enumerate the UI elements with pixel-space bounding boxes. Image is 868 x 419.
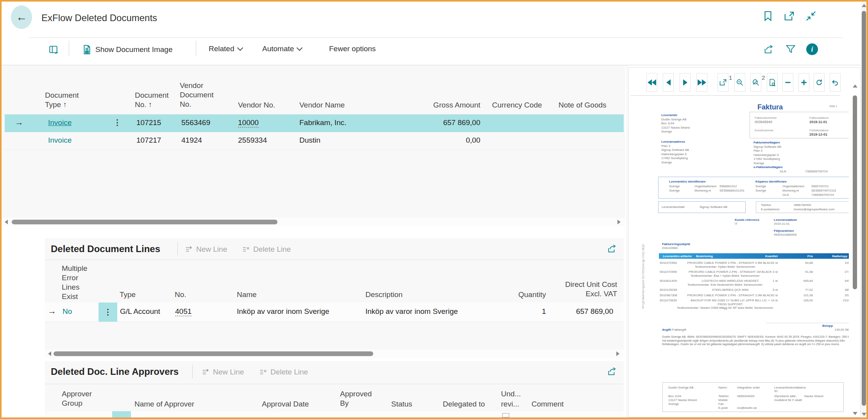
- name-cell[interactable]: Inköp av varor inom Sverige: [237, 307, 329, 316]
- column-header-document-no[interactable]: Document No. ↑: [135, 91, 174, 109]
- scroll-down-icon[interactable]: [862, 413, 866, 416]
- collapse-icon[interactable]: [805, 10, 817, 22]
- table-row[interactable]: [45, 411, 624, 417]
- next-page-button[interactable]: [680, 73, 691, 92]
- undo-button[interactable]: [830, 73, 841, 92]
- scrollbar-thumb[interactable]: [12, 220, 277, 224]
- vendor-document-no-cell[interactable]: 5563469: [181, 118, 210, 127]
- column-header-direct-unit-cost[interactable]: Direct Unit Cost Excl. VAT: [558, 280, 617, 299]
- vendor-no-cell[interactable]: 2559334: [238, 136, 267, 145]
- column-header-under-review-2[interactable]: revi...: [501, 399, 519, 409]
- vendor-name-cell[interactable]: Fabrikam, Inc.: [299, 118, 346, 127]
- column-header-no[interactable]: No.: [175, 290, 186, 299]
- column-header-approver-group[interactable]: Approver Group: [62, 389, 97, 408]
- document-no-cell[interactable]: 107215: [136, 118, 161, 127]
- column-header-description[interactable]: Description: [365, 290, 403, 299]
- table-row[interactable]: → Invoice ⋮ 107215 5563469 10000 Fabrika…: [5, 115, 624, 132]
- invoice-preview[interactable]: Faktura Sida 1 Leverantör Dustin Sverige…: [649, 100, 849, 415]
- description-cell[interactable]: Inköp av varor inom Sverige: [365, 307, 458, 316]
- document-no-cell[interactable]: 107217: [136, 136, 161, 145]
- column-header-quantity[interactable]: Quantity: [506, 290, 546, 299]
- bookmark-icon[interactable]: [762, 10, 774, 22]
- preview-vertical-scrollbar[interactable]: [852, 82, 858, 417]
- column-header-status[interactable]: Status: [391, 399, 412, 409]
- horizontal-scrollbar[interactable]: [2, 218, 625, 226]
- scroll-down-icon[interactable]: [853, 412, 857, 415]
- table-row[interactable]: → No ⋮ G/L Account 4051 Inköp av varor i…: [45, 303, 624, 322]
- refresh-button[interactable]: [814, 73, 825, 92]
- scrollbar-thumb[interactable]: [853, 95, 857, 289]
- previous-page-button[interactable]: [663, 73, 674, 92]
- error-lines-cell[interactable]: No: [63, 307, 72, 316]
- delete-line-button[interactable]: Delete Line: [242, 245, 291, 254]
- column-header-note-of-goods[interactable]: Note of Goods: [558, 100, 607, 110]
- row-menu-cell[interactable]: ⋮: [98, 303, 117, 322]
- zoom-out-button[interactable]: [734, 73, 745, 92]
- page-vertical-scrollbar[interactable]: [861, 2, 867, 417]
- scrollbar-thumb[interactable]: [862, 11, 866, 406]
- column-header-name[interactable]: Name: [237, 290, 257, 299]
- column-header-document-type[interactable]: Document Type ↑: [45, 91, 86, 109]
- column-header-currency-code[interactable]: Currency Code: [492, 100, 542, 110]
- column-header-vendor-no[interactable]: Vendor No.: [238, 100, 275, 110]
- column-header-vendor-name[interactable]: Vendor Name: [299, 100, 345, 110]
- share-icon[interactable]: [763, 44, 774, 55]
- gross-amount-cell[interactable]: 657 869,00: [408, 118, 480, 127]
- automate-menu[interactable]: Automate: [262, 45, 302, 53]
- column-header-under-review-1[interactable]: Und...: [501, 389, 521, 399]
- scroll-up-icon[interactable]: [862, 4, 866, 7]
- vendor-document-no-cell[interactable]: 41924: [181, 136, 202, 145]
- scroll-up-icon[interactable]: [853, 84, 857, 88]
- gross-amount-cell[interactable]: 0,00: [408, 136, 480, 145]
- back-button[interactable]: ←: [11, 5, 32, 29]
- under-review-checkbox[interactable]: [502, 413, 509, 417]
- open-viewer-button[interactable]: [718, 73, 728, 92]
- document-type-link[interactable]: Invoice: [48, 118, 72, 127]
- page-preview-button[interactable]: [767, 73, 778, 92]
- row-menu-cell[interactable]: [112, 411, 131, 417]
- row-menu-icon[interactable]: ⋮: [113, 118, 121, 127]
- share-icon[interactable]: [607, 366, 617, 376]
- vendor-name-cell[interactable]: Dustin: [299, 136, 320, 145]
- open-in-new-window-icon[interactable]: [784, 10, 795, 22]
- document-type-link[interactable]: Invoice: [48, 136, 72, 145]
- zoom-decrease-button[interactable]: [782, 73, 793, 92]
- invoice-edge-text: #P1||A Hallonbergsplan 5|17452|Sverige.C…: [642, 244, 644, 309]
- info-button[interactable]: i: [806, 43, 818, 55]
- column-header-delegated-to[interactable]: Delegated to: [443, 399, 485, 409]
- show-document-image-button[interactable]: Show Document Image: [82, 45, 173, 55]
- scroll-right-icon[interactable]: [616, 351, 619, 356]
- column-header-type[interactable]: Type: [120, 290, 136, 299]
- fewer-options-button[interactable]: Fewer options: [329, 45, 376, 53]
- scroll-right-icon[interactable]: [617, 220, 621, 224]
- type-cell[interactable]: G/L Account: [120, 307, 160, 316]
- share-icon[interactable]: [607, 244, 617, 254]
- column-header-name-of-approver[interactable]: Name of Approver: [134, 399, 194, 409]
- last-page-button[interactable]: [696, 73, 707, 92]
- column-header-approval-date[interactable]: Approval Date: [262, 399, 309, 409]
- switch-layout-button[interactable]: [48, 45, 59, 55]
- no-link[interactable]: 4051: [175, 307, 191, 316]
- zoom-increase-button[interactable]: [798, 73, 809, 92]
- column-header-comment[interactable]: Comment: [532, 399, 564, 409]
- first-page-button[interactable]: [646, 73, 657, 92]
- scroll-left-icon[interactable]: [5, 220, 8, 224]
- scroll-left-icon[interactable]: [48, 351, 51, 356]
- scrollbar-thumb[interactable]: [54, 351, 373, 356]
- quantity-cell[interactable]: 1: [506, 307, 546, 316]
- column-header-vendor-document-no[interactable]: Vendor Document No.: [180, 81, 221, 109]
- table-row[interactable]: Invoice 107217 41924 2559334 Dustin 0,00: [5, 132, 624, 150]
- vendor-no-link[interactable]: 10000: [238, 118, 259, 127]
- horizontal-scrollbar[interactable]: [45, 349, 624, 358]
- section-separator: [177, 242, 178, 255]
- column-header-approved-by[interactable]: Approved By: [340, 389, 375, 408]
- related-menu[interactable]: Related: [209, 45, 242, 53]
- column-header-gross-amount[interactable]: Gross Amount: [408, 100, 480, 110]
- direct-unit-cost-cell[interactable]: 657 869,00: [555, 307, 613, 316]
- filter-icon[interactable]: [785, 44, 796, 55]
- column-header-multiple-error[interactable]: Multiple Error Lines Exist: [62, 264, 90, 301]
- zoom-button[interactable]: [750, 73, 761, 92]
- new-line-button[interactable]: New Line: [184, 245, 227, 254]
- new-line-button[interactable]: New Line: [201, 368, 244, 376]
- delete-line-button[interactable]: Delete Line: [259, 368, 308, 376]
